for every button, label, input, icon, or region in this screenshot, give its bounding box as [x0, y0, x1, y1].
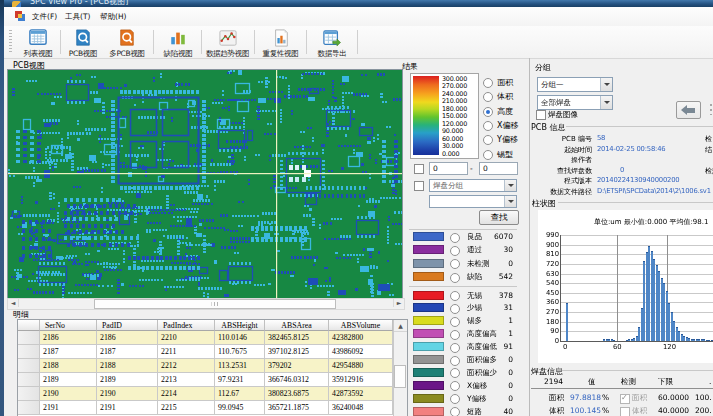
category-color-swatch: [413, 259, 444, 268]
toolbar-separator: [60, 30, 61, 54]
radio-button[interactable]: [450, 343, 460, 353]
pad-info-upper: 200.: [695, 406, 713, 415]
divider: [409, 286, 517, 287]
category-count: 91: [503, 342, 513, 351]
back-button[interactable]: [676, 101, 701, 119]
pad-info-col-test: 检测: [621, 377, 636, 387]
radio-button[interactable]: [450, 407, 460, 416]
pad-info-lower: 40.0000: [658, 406, 689, 415]
pcb-info-label: 操作者: [512, 155, 592, 165]
radio-button[interactable]: [483, 92, 493, 102]
radio-button[interactable]: [483, 121, 493, 131]
radio-button[interactable]: [450, 259, 460, 269]
pcb-info-value: 58: [597, 134, 605, 142]
menu-item-2[interactable]: 帮助(H): [100, 10, 127, 24]
title-bar: SPC View Pro - [PCB视图]: [4, 0, 713, 7]
multi-pcb-view-icon: [118, 29, 136, 47]
pcb-info-label-cut: 检测: [705, 166, 713, 176]
radio-button[interactable]: [450, 246, 460, 256]
toolbar-button-multi-pcb-view[interactable]: 多PCB视图: [103, 27, 151, 57]
gridline-h: [561, 235, 713, 236]
find-button[interactable]: 查找: [479, 210, 519, 225]
chevron-down-icon[interactable]: [600, 78, 612, 91]
pad-info-lower: 60.0000: [658, 393, 689, 402]
radio-button[interactable]: [450, 317, 460, 327]
category-color-swatch: [413, 407, 444, 416]
menu-item-1[interactable]: 工具(T): [65, 10, 90, 24]
gridline-h: [561, 293, 713, 294]
category-label: 高度偏低: [467, 342, 497, 352]
category-count: 0: [508, 394, 513, 403]
pad-image-checkbox[interactable]: [536, 110, 546, 120]
toolbar-button-data-trend-view[interactable]: 数据趋势视图: [203, 27, 252, 57]
histogram-chart: 单位:um 最小值:0.000 平均值:98.1 090180270360450…: [538, 210, 713, 363]
pcb-info-label: PCB 编号: [512, 134, 592, 144]
toolbar: 列表视图PCB视图多PCB视图缺陷视图数据趋势视图重复性视图数据导出: [4, 26, 713, 59]
pad-info-id: 2194: [544, 377, 563, 386]
category-count: 6070: [494, 232, 513, 241]
range-from-input[interactable]: 0: [429, 162, 468, 175]
toolbar-button-pcb-view[interactable]: PCB视图: [63, 27, 103, 57]
toolbar-button-list-view[interactable]: 列表视图: [17, 27, 59, 57]
pad-info-unit: %: [602, 393, 609, 402]
pad-info-check-label: 体积: [632, 406, 647, 416]
radio-button[interactable]: [483, 150, 493, 160]
category-label: 短路: [467, 407, 482, 416]
pad-info-name: 体积: [549, 406, 564, 416]
toolbar-button-data-export[interactable]: 数据导出: [309, 27, 355, 57]
category-color-swatch: [413, 368, 444, 377]
pad-info-check-label: 面积: [632, 393, 647, 403]
group-select-combo[interactable]: 分组一: [537, 77, 613, 92]
pad-info-col-cut: .: [709, 377, 711, 386]
pad-image-checkbox-label: 焊盘图像: [548, 110, 578, 120]
menu-item-0[interactable]: 文件(F): [32, 10, 57, 24]
radio-button[interactable]: [450, 394, 460, 404]
panel-splitter[interactable]: [529, 58, 530, 416]
defect-view-icon: [169, 29, 187, 47]
color-scale-gradient: [413, 76, 439, 155]
y-axis-tick: 0: [539, 337, 559, 345]
radio-button[interactable]: [450, 233, 460, 243]
category-count: 0: [508, 259, 513, 268]
toolbar-button-label: PCB视图: [63, 49, 103, 59]
category-row-11: X偏移0: [0, 381, 713, 393]
range-filter-checkbox[interactable]: [414, 164, 424, 174]
category-label: 无锡: [467, 291, 482, 301]
radio-button[interactable]: [450, 273, 460, 283]
radio-button[interactable]: [450, 368, 460, 378]
radio-button[interactable]: [450, 381, 460, 391]
y-axis-tick: 270: [539, 308, 559, 316]
pad-group-checkbox[interactable]: [414, 181, 424, 191]
pad-group-combo[interactable]: 焊盘分组: [429, 179, 517, 192]
y-axis-tick: 810: [539, 250, 559, 258]
pad-filter-combo[interactable]: 全部焊盘: [537, 95, 613, 110]
chevron-down-icon[interactable]: [600, 96, 612, 109]
pad-subgroup-combo[interactable]: [429, 195, 517, 208]
toolbar-button-label: 多PCB视图: [103, 49, 151, 59]
divider: [409, 229, 517, 230]
divider: [562, 370, 713, 371]
radio-button[interactable]: [483, 78, 493, 88]
radio-button-selected[interactable]: [483, 107, 493, 117]
y-axis-tick: 90: [539, 327, 559, 335]
toolbar-button-defect-view[interactable]: 缺陷视图: [156, 27, 200, 57]
pad-info-checkbox[interactable]: [620, 394, 630, 404]
metric-label: 体积: [497, 91, 513, 102]
toolbar-button-repeat-view[interactable]: 重复性视图: [256, 27, 305, 57]
pad-info-checkbox[interactable]: [620, 407, 630, 416]
data-trend-view-icon: [219, 29, 237, 47]
chevron-down-icon[interactable]: [504, 196, 516, 207]
radio-button[interactable]: [450, 291, 460, 301]
radio-button[interactable]: [450, 356, 460, 366]
gridline-h: [561, 264, 713, 265]
pcb-info-title: PCB 信息: [531, 122, 565, 133]
range-dash-label: -: [470, 164, 473, 173]
x-axis-tick: 120: [663, 343, 676, 351]
gridline-h: [561, 274, 713, 275]
radio-button[interactable]: [483, 135, 493, 145]
radio-button[interactable]: [450, 330, 460, 340]
radio-button[interactable]: [450, 304, 460, 314]
back-arrow-icon: [681, 105, 687, 115]
category-label: X偏移: [467, 381, 487, 391]
y-axis-tick: 180: [539, 318, 559, 326]
